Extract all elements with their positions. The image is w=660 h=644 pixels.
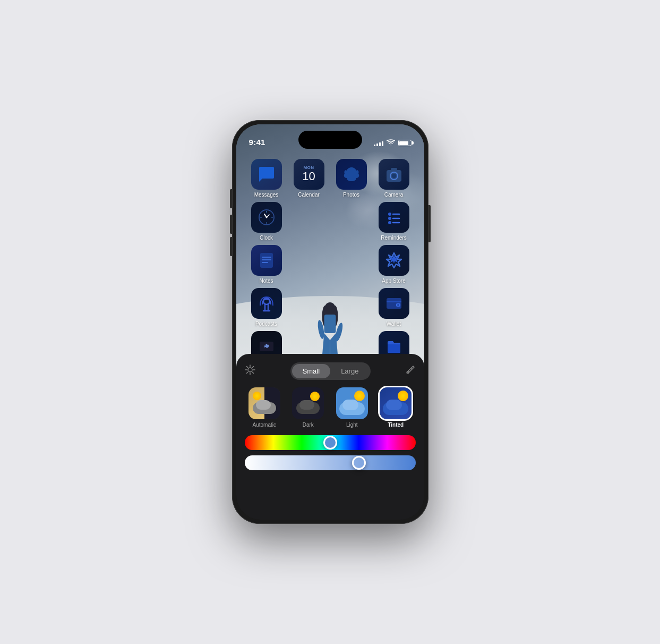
app-label-messages: Messages: [254, 192, 279, 198]
app-icon-photos[interactable]: [336, 159, 367, 190]
app-icon-appstore[interactable]: [379, 245, 409, 276]
app-icon-clock[interactable]: [251, 202, 282, 233]
wifi-icon: [387, 139, 395, 147]
style-icon-tinted[interactable]: [380, 387, 412, 419]
app-label-appstore: App Store: [382, 278, 405, 284]
app-item-calendar[interactable]: MON 10 Calendar: [289, 159, 329, 198]
app-item-reminders[interactable]: Reminders: [374, 202, 414, 241]
style-label-automatic: Automatic: [253, 422, 276, 428]
battery-icon: [398, 140, 412, 146]
saturation-track: [245, 455, 416, 470]
phone-screen: 9:41: [236, 124, 424, 520]
style-icon-light[interactable]: [336, 387, 368, 419]
style-item-dark[interactable]: Dark: [288, 387, 328, 428]
app-item-notes[interactable]: Notes: [247, 245, 286, 284]
svg-line-47: [252, 372, 253, 373]
hue-thumb[interactable]: [323, 436, 337, 450]
app-item-camera[interactable]: Camera: [374, 159, 414, 198]
app-item-appstore[interactable]: App Store: [374, 245, 414, 284]
saturation-thumb[interactable]: [352, 456, 366, 470]
icon-style-selector: Automatic Dark: [245, 387, 416, 428]
app-icon-notes[interactable]: [251, 245, 282, 276]
brightness-icon: [245, 365, 255, 378]
app-icon-wallet[interactable]: [379, 288, 409, 319]
style-icon-automatic[interactable]: [248, 387, 280, 419]
eyedropper-icon[interactable]: [406, 365, 415, 377]
svg-line-48: [252, 366, 253, 367]
app-item-clock[interactable]: Clock: [247, 202, 286, 241]
style-label-tinted: Tinted: [388, 422, 404, 428]
svg-rect-12: [391, 168, 397, 171]
dynamic-island: [298, 131, 362, 149]
app-label-notes: Notes: [259, 278, 273, 284]
svg-point-11: [392, 174, 396, 178]
app-icon-camera[interactable]: [379, 159, 409, 190]
svg-line-50: [411, 368, 412, 369]
app-grid: Messages MON 10 Calendar Photos: [236, 154, 424, 375]
status-time: 9:41: [249, 138, 265, 147]
app-icon-calendar[interactable]: MON 10: [294, 159, 324, 190]
style-icon-dark[interactable]: [292, 387, 324, 419]
phone-device: 9:41: [232, 120, 428, 524]
bottom-panel: Small Large: [236, 354, 424, 520]
svg-point-23: [388, 217, 391, 220]
app-label-photos: Photos: [343, 192, 359, 198]
svg-rect-37: [387, 301, 401, 302]
svg-line-46: [246, 366, 247, 367]
app-item-messages[interactable]: Messages: [247, 159, 286, 198]
app-label-podcasts: Podcasts: [255, 321, 277, 327]
svg-point-24: [388, 221, 391, 224]
svg-point-21: [265, 217, 267, 218]
size-toggle: Small Large: [290, 362, 371, 380]
style-item-automatic[interactable]: Automatic: [245, 387, 285, 428]
svg-point-22: [388, 213, 391, 216]
app-icon-messages[interactable]: [251, 159, 282, 190]
status-icons: [374, 139, 412, 147]
svg-point-39: [397, 304, 399, 306]
style-label-dark: Dark: [303, 422, 314, 428]
app-label-wallet: Wallet: [387, 321, 401, 327]
style-label-light: Light: [346, 422, 358, 428]
color-sliders: [245, 435, 416, 470]
app-item-wallet[interactable]: Wallet: [374, 288, 414, 327]
app-label-calendar: Calendar: [298, 192, 320, 198]
saturation-slider[interactable]: [245, 455, 416, 470]
app-item-photos[interactable]: Photos: [332, 159, 371, 198]
style-item-tinted[interactable]: Tinted: [376, 387, 416, 428]
app-label-camera: Camera: [384, 192, 404, 198]
hue-slider[interactable]: [245, 435, 416, 450]
signal-icon: [374, 140, 383, 146]
svg-line-49: [246, 372, 247, 373]
size-toggle-row: Small Large: [245, 362, 416, 380]
style-item-light[interactable]: Light: [332, 387, 372, 428]
size-small-button[interactable]: Small: [292, 364, 331, 378]
app-icon-reminders[interactable]: [379, 202, 409, 233]
svg-point-41: [248, 368, 252, 372]
app-label-clock: Clock: [260, 235, 273, 241]
app-label-reminders: Reminders: [381, 235, 406, 241]
app-icon-podcasts[interactable]: [251, 288, 282, 319]
size-large-button[interactable]: Large: [330, 364, 369, 378]
app-item-podcasts[interactable]: Podcasts: [247, 288, 286, 327]
